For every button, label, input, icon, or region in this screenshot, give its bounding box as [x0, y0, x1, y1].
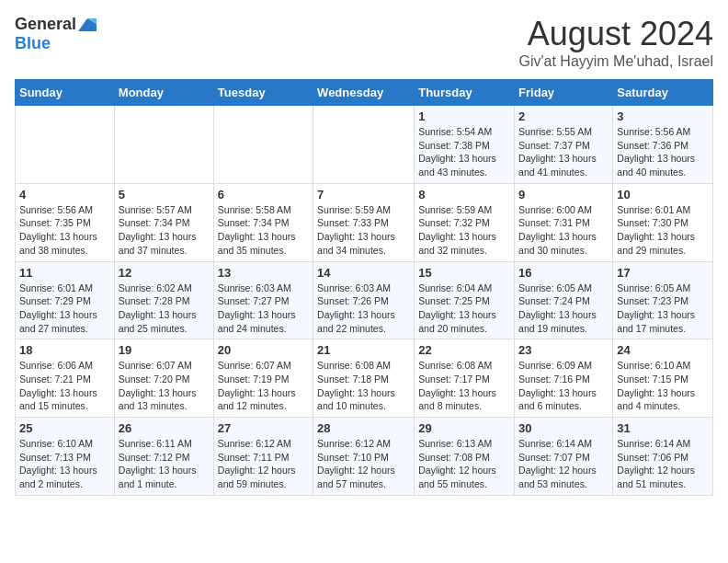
day-info: Sunrise: 6:10 AM Sunset: 7:15 PM Dayligh… [617, 359, 709, 413]
day-info: Sunrise: 6:09 AM Sunset: 7:16 PM Dayligh… [518, 359, 609, 413]
calendar-cell: 14Sunrise: 6:03 AM Sunset: 7:26 PM Dayli… [313, 261, 415, 339]
day-info: Sunrise: 5:59 AM Sunset: 7:32 PM Dayligh… [418, 203, 510, 258]
day-number: 23 [518, 343, 609, 357]
calendar-table: SundayMondayTuesdayWednesdayThursdayFrid… [15, 79, 713, 496]
day-number: 10 [617, 188, 709, 201]
day-info: Sunrise: 5:59 AM Sunset: 7:33 PM Dayligh… [317, 203, 410, 258]
day-number: 20 [218, 343, 309, 357]
calendar-cell: 29Sunrise: 6:13 AM Sunset: 7:08 PM Dayli… [415, 418, 515, 496]
day-number: 15 [418, 266, 510, 280]
calendar-cell [114, 106, 213, 184]
calendar-cell: 21Sunrise: 6:08 AM Sunset: 7:18 PM Dayli… [313, 339, 415, 418]
day-info: Sunrise: 6:08 AM Sunset: 7:18 PM Dayligh… [317, 359, 410, 413]
location-title: Giv'at Hayyim Me'uhad, Israel [518, 53, 713, 70]
calendar-cell: 9Sunrise: 6:00 AM Sunset: 7:31 PM Daylig… [515, 183, 613, 261]
calendar-cell: 27Sunrise: 6:12 AM Sunset: 7:11 PM Dayli… [213, 418, 313, 496]
calendar-cell: 5Sunrise: 5:57 AM Sunset: 7:34 PM Daylig… [114, 183, 213, 261]
day-number: 14 [317, 266, 410, 280]
day-number: 9 [518, 188, 609, 201]
weekday-header-cell: Saturday [613, 80, 713, 106]
day-number: 8 [418, 188, 510, 201]
day-number: 19 [119, 343, 210, 357]
logo-icon [78, 18, 97, 31]
day-number: 24 [617, 343, 709, 357]
day-info: Sunrise: 6:07 AM Sunset: 7:20 PM Dayligh… [119, 359, 210, 413]
day-info: Sunrise: 5:55 AM Sunset: 7:37 PM Dayligh… [518, 125, 609, 179]
day-info: Sunrise: 6:11 AM Sunset: 7:12 PM Dayligh… [119, 437, 210, 491]
calendar-cell: 19Sunrise: 6:07 AM Sunset: 7:20 PM Dayli… [114, 339, 213, 418]
day-number: 11 [19, 266, 110, 280]
day-info: Sunrise: 6:12 AM Sunset: 7:10 PM Dayligh… [317, 437, 410, 491]
weekday-header-cell: Sunday [16, 80, 115, 106]
calendar-week-row: 11Sunrise: 6:01 AM Sunset: 7:29 PM Dayli… [16, 261, 713, 339]
calendar-cell: 4Sunrise: 5:56 AM Sunset: 7:35 PM Daylig… [16, 183, 115, 261]
calendar-cell: 12Sunrise: 6:02 AM Sunset: 7:28 PM Dayli… [114, 261, 213, 339]
calendar-week-row: 18Sunrise: 6:06 AM Sunset: 7:21 PM Dayli… [16, 339, 713, 418]
calendar-body: 1Sunrise: 5:54 AM Sunset: 7:38 PM Daylig… [16, 106, 713, 496]
day-number: 2 [518, 109, 609, 123]
calendar-cell: 23Sunrise: 6:09 AM Sunset: 7:16 PM Dayli… [515, 339, 613, 418]
logo: General Blue [15, 15, 97, 53]
calendar-cell: 20Sunrise: 6:07 AM Sunset: 7:19 PM Dayli… [213, 339, 313, 418]
day-info: Sunrise: 6:04 AM Sunset: 7:25 PM Dayligh… [418, 282, 510, 336]
logo-blue-text: Blue [15, 34, 51, 53]
weekday-header-row: SundayMondayTuesdayWednesdayThursdayFrid… [16, 80, 713, 106]
weekday-header-cell: Friday [515, 80, 613, 106]
day-info: Sunrise: 6:03 AM Sunset: 7:26 PM Dayligh… [317, 282, 410, 336]
calendar-cell: 6Sunrise: 5:58 AM Sunset: 7:34 PM Daylig… [213, 183, 313, 261]
header: General Blue August 2024 Giv'at Hayyim M… [15, 15, 713, 70]
day-number: 28 [317, 421, 410, 435]
day-number: 26 [119, 421, 210, 435]
day-info: Sunrise: 5:56 AM Sunset: 7:35 PM Dayligh… [19, 203, 110, 258]
weekday-header-cell: Monday [114, 80, 213, 106]
month-title: August 2024 [518, 15, 713, 53]
day-info: Sunrise: 5:56 AM Sunset: 7:36 PM Dayligh… [617, 125, 709, 179]
day-info: Sunrise: 6:10 AM Sunset: 7:13 PM Dayligh… [19, 437, 110, 491]
day-info: Sunrise: 6:01 AM Sunset: 7:30 PM Dayligh… [617, 203, 709, 258]
calendar-cell: 30Sunrise: 6:14 AM Sunset: 7:07 PM Dayli… [515, 418, 613, 496]
day-number: 29 [418, 421, 510, 435]
day-number: 17 [617, 266, 709, 280]
weekday-header-cell: Thursday [415, 80, 515, 106]
day-number: 25 [19, 421, 110, 435]
calendar-cell: 10Sunrise: 6:01 AM Sunset: 7:30 PM Dayli… [613, 183, 713, 261]
day-info: Sunrise: 6:13 AM Sunset: 7:08 PM Dayligh… [418, 437, 510, 491]
logo-general-text: General [15, 15, 76, 34]
day-number: 3 [617, 109, 709, 123]
day-info: Sunrise: 6:01 AM Sunset: 7:29 PM Dayligh… [19, 282, 110, 336]
day-number: 7 [317, 188, 410, 201]
day-info: Sunrise: 6:00 AM Sunset: 7:31 PM Dayligh… [518, 203, 609, 258]
day-info: Sunrise: 6:12 AM Sunset: 7:11 PM Dayligh… [218, 437, 309, 491]
calendar-cell: 1Sunrise: 5:54 AM Sunset: 7:38 PM Daylig… [415, 106, 515, 184]
calendar-cell: 24Sunrise: 6:10 AM Sunset: 7:15 PM Dayli… [613, 339, 713, 418]
title-area: August 2024 Giv'at Hayyim Me'uhad, Israe… [518, 15, 713, 70]
day-number: 22 [418, 343, 510, 357]
calendar-week-row: 1Sunrise: 5:54 AM Sunset: 7:38 PM Daylig… [16, 106, 713, 184]
calendar-cell: 26Sunrise: 6:11 AM Sunset: 7:12 PM Dayli… [114, 418, 213, 496]
day-number: 12 [119, 266, 210, 280]
day-number: 4 [19, 188, 110, 201]
day-info: Sunrise: 6:14 AM Sunset: 7:06 PM Dayligh… [617, 437, 709, 491]
calendar-cell: 3Sunrise: 5:56 AM Sunset: 7:36 PM Daylig… [613, 106, 713, 184]
weekday-header-cell: Wednesday [313, 80, 415, 106]
day-info: Sunrise: 5:57 AM Sunset: 7:34 PM Dayligh… [119, 203, 210, 258]
day-info: Sunrise: 6:14 AM Sunset: 7:07 PM Dayligh… [518, 437, 609, 491]
day-number: 27 [218, 421, 309, 435]
day-info: Sunrise: 6:07 AM Sunset: 7:19 PM Dayligh… [218, 359, 309, 413]
day-number: 1 [418, 109, 510, 123]
day-info: Sunrise: 6:08 AM Sunset: 7:17 PM Dayligh… [418, 359, 510, 413]
calendar-cell [313, 106, 415, 184]
day-info: Sunrise: 5:58 AM Sunset: 7:34 PM Dayligh… [218, 203, 309, 258]
calendar-cell: 25Sunrise: 6:10 AM Sunset: 7:13 PM Dayli… [16, 418, 115, 496]
calendar-cell: 18Sunrise: 6:06 AM Sunset: 7:21 PM Dayli… [16, 339, 115, 418]
day-info: Sunrise: 6:03 AM Sunset: 7:27 PM Dayligh… [218, 282, 309, 336]
calendar-cell: 15Sunrise: 6:04 AM Sunset: 7:25 PM Dayli… [415, 261, 515, 339]
calendar-week-row: 25Sunrise: 6:10 AM Sunset: 7:13 PM Dayli… [16, 418, 713, 496]
calendar-cell: 16Sunrise: 6:05 AM Sunset: 7:24 PM Dayli… [515, 261, 613, 339]
calendar-cell: 2Sunrise: 5:55 AM Sunset: 7:37 PM Daylig… [515, 106, 613, 184]
calendar-cell: 28Sunrise: 6:12 AM Sunset: 7:10 PM Dayli… [313, 418, 415, 496]
calendar-cell [16, 106, 115, 184]
day-info: Sunrise: 6:05 AM Sunset: 7:24 PM Dayligh… [518, 282, 609, 336]
calendar-cell: 17Sunrise: 6:05 AM Sunset: 7:23 PM Dayli… [613, 261, 713, 339]
weekday-header-cell: Tuesday [213, 80, 313, 106]
